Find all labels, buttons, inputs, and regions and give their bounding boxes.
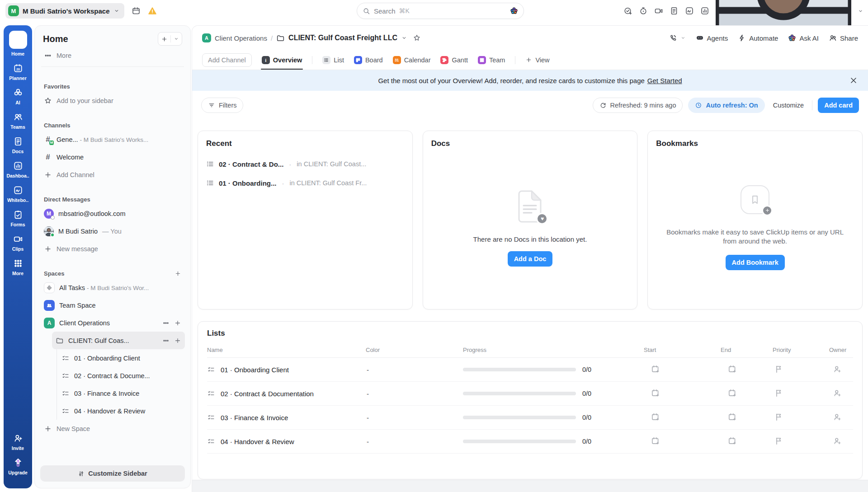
start-date-icon[interactable] bbox=[651, 365, 660, 374]
column-header-progress[interactable]: Progress bbox=[458, 347, 639, 353]
rail-item-clips[interactable]: Clips bbox=[4, 234, 32, 252]
list-row-03-finance-invoice[interactable]: 03 · Finance & Invoice-0/0 bbox=[207, 406, 853, 430]
sidebar-add-button[interactable] bbox=[158, 32, 182, 46]
rail-item-home[interactable]: Home bbox=[4, 31, 32, 56]
customize-sidebar-button[interactable]: Customize Sidebar bbox=[40, 465, 185, 482]
rail-item-upgrade[interactable]: Upgrade bbox=[4, 458, 32, 475]
global-search[interactable]: Search ⌘K bbox=[357, 3, 524, 19]
favorites-add[interactable]: Add to your sidebar bbox=[40, 92, 185, 109]
new-space[interactable]: New Space bbox=[40, 420, 185, 437]
column-header-end[interactable]: End bbox=[716, 347, 768, 353]
end-date-icon[interactable] bbox=[728, 389, 737, 398]
sidebar-list-03-finance-invoice[interactable]: 03 · Finance & Invoice bbox=[58, 384, 185, 402]
priority-flag-icon[interactable] bbox=[774, 389, 783, 398]
ai-flower-icon[interactable] bbox=[510, 7, 518, 15]
page-title[interactable]: CLIENT: Gulf Coast Freight LLC bbox=[288, 34, 397, 42]
tab-calendar[interactable]: 31 Calendar bbox=[393, 50, 431, 70]
dm-self[interactable]: M Budi Satrio — You bbox=[40, 222, 185, 240]
chevron-down-icon[interactable] bbox=[401, 35, 407, 41]
priority-flag-icon[interactable] bbox=[774, 365, 783, 374]
owner-person-icon[interactable] bbox=[833, 389, 842, 398]
new-doc-icon[interactable] bbox=[670, 6, 679, 15]
tab-list[interactable]: List bbox=[322, 50, 344, 70]
list-row-04-handover-review[interactable]: 04 · Handover & Review-0/0 bbox=[207, 430, 853, 454]
space-team-space[interactable]: Team Space bbox=[40, 296, 185, 314]
priority-flag-icon[interactable] bbox=[774, 436, 783, 445]
list-name[interactable]: 02 · Contract & Documentation bbox=[221, 390, 314, 398]
automate-button[interactable]: Automate bbox=[738, 34, 778, 42]
tab-gantt[interactable]: Gantt bbox=[440, 50, 467, 70]
recent-item[interactable]: 01 · Onboarding...·in CLIENT: Gulf Coast… bbox=[206, 173, 404, 192]
rail-item-planner[interactable]: 20Planner bbox=[4, 63, 32, 81]
sidebar-list-01-onboarding-client[interactable]: 01 · Onboarding Client bbox=[58, 349, 185, 367]
favorite-star-icon[interactable] bbox=[413, 34, 421, 42]
rail-item-invite[interactable]: Invite bbox=[4, 433, 32, 451]
share-button[interactable]: Share bbox=[829, 34, 858, 42]
calendar-icon[interactable] bbox=[132, 6, 141, 15]
tab-team[interactable]: Team bbox=[478, 50, 505, 70]
folder-client-gulf-coast[interactable]: CLIENT: Gulf Coas... bbox=[52, 332, 185, 349]
sidebar-more[interactable]: More bbox=[40, 47, 185, 64]
filters-button[interactable]: Filters bbox=[201, 98, 243, 113]
chevron-down-icon[interactable] bbox=[858, 8, 863, 14]
rail-item-dashboa[interactable]: Dashboa.. bbox=[4, 161, 32, 178]
owner-person-icon[interactable] bbox=[833, 436, 842, 445]
list-row-02-contract-documentation[interactable]: 02 · Contract & Documentation-0/0 bbox=[207, 382, 853, 406]
start-date-icon[interactable] bbox=[651, 389, 660, 398]
sidebar-list-02-contract-docume[interactable]: 02 · Contract & Docume... bbox=[58, 367, 185, 384]
rail-item-docs[interactable]: Docs bbox=[4, 136, 32, 154]
add-channel-button[interactable]: Add Channel bbox=[202, 53, 252, 67]
owner-person-icon[interactable] bbox=[833, 365, 842, 374]
list-name[interactable]: 04 · Handover & Review bbox=[221, 438, 294, 445]
column-header-owner[interactable]: Owner bbox=[825, 347, 853, 353]
end-date-icon[interactable] bbox=[728, 436, 737, 445]
tab-board[interactable]: Board bbox=[354, 50, 383, 70]
add-view-button[interactable]: View bbox=[525, 50, 549, 70]
get-started-link[interactable]: Get Started bbox=[647, 77, 682, 84]
new-message[interactable]: New message bbox=[40, 240, 185, 258]
ellipsis-icon[interactable] bbox=[162, 319, 170, 327]
priority-flag-icon[interactable] bbox=[774, 412, 783, 422]
space-all-tasks[interactable]: All Tasks - M Budi Satrio's Wor... bbox=[40, 279, 185, 296]
owner-person-icon[interactable] bbox=[833, 412, 842, 422]
refreshed-button[interactable]: Refreshed: 9 mins ago bbox=[593, 98, 683, 113]
add-channel[interactable]: Add Channel bbox=[40, 166, 185, 183]
rail-item-more[interactable]: More bbox=[4, 258, 32, 276]
dashboard-icon[interactable] bbox=[700, 6, 709, 15]
whiteboard-icon[interactable] bbox=[685, 6, 694, 15]
sidebar-list-04-handover-review[interactable]: 04 · Handover & Review bbox=[58, 402, 185, 420]
channel-general[interactable]: #M Gene... - M Budi Satrio's Works... bbox=[40, 131, 185, 148]
dm-email[interactable]: M mbsatrio@outlook.com bbox=[40, 205, 185, 222]
ask-ai-button[interactable]: Ask AI bbox=[788, 34, 819, 42]
space-client-operations[interactable]: A Client Operations bbox=[40, 314, 185, 332]
list-name[interactable]: 03 · Finance & Invoice bbox=[221, 414, 288, 422]
breadcrumb-space[interactable]: Client Operations bbox=[215, 34, 267, 42]
plus-icon[interactable] bbox=[174, 337, 181, 344]
column-header-start[interactable]: Start bbox=[639, 347, 716, 353]
auto-refresh-toggle[interactable]: Auto refresh: On bbox=[688, 98, 764, 113]
start-date-icon[interactable] bbox=[651, 436, 660, 445]
customize-button[interactable]: Customize bbox=[770, 102, 807, 109]
timer-icon[interactable] bbox=[639, 6, 648, 15]
column-header-color[interactable]: Color bbox=[361, 347, 458, 353]
end-date-icon[interactable] bbox=[728, 412, 737, 422]
plus-icon[interactable] bbox=[174, 319, 181, 327]
add-card-button[interactable]: Add card bbox=[818, 98, 859, 113]
workspace-switcher[interactable]: M M Budi Satrio's Workspace bbox=[5, 3, 124, 19]
rail-item-forms[interactable]: Forms bbox=[4, 210, 32, 227]
rail-item-teams[interactable]: Teams bbox=[4, 112, 32, 130]
start-date-icon[interactable] bbox=[651, 412, 660, 422]
list-row-01-onboarding-client[interactable]: 01 · Onboarding Client-0/0 bbox=[207, 358, 853, 382]
close-icon[interactable] bbox=[849, 76, 858, 85]
call-button[interactable] bbox=[669, 34, 686, 42]
add-space-icon[interactable] bbox=[175, 270, 181, 277]
record-clip-icon[interactable] bbox=[654, 6, 663, 15]
recent-item[interactable]: 02 · Contract & Do...·in CLIENT: Gulf Co… bbox=[206, 155, 404, 173]
end-date-icon[interactable] bbox=[728, 365, 737, 374]
tab-overview[interactable]: i Overview bbox=[262, 50, 302, 70]
list-name[interactable]: 01 · Onboarding Client bbox=[221, 366, 289, 374]
rail-item-whitebo[interactable]: Whitebo.. bbox=[4, 185, 32, 203]
column-header-priority[interactable]: Priority bbox=[768, 347, 825, 353]
rail-item-ai[interactable]: AI bbox=[4, 88, 32, 105]
agents-button[interactable]: Agents bbox=[696, 34, 728, 42]
